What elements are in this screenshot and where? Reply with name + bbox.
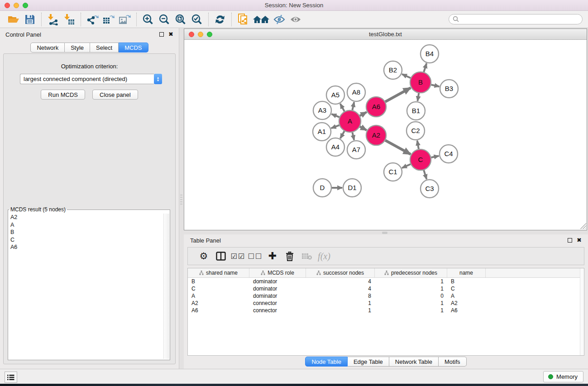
close-panel-button[interactable]: Close panel [92, 90, 138, 100]
horizontal-splitter-handle[interactable] [382, 232, 387, 234]
search-box[interactable] [449, 14, 583, 24]
list-item[interactable]: B [9, 229, 163, 236]
table-cell[interactable]: dominator [249, 278, 306, 285]
graph-edge[interactable] [352, 102, 354, 110]
column-header[interactable]: predecessor nodes [375, 268, 447, 277]
table-row[interactable]: Adominator80A [188, 292, 584, 300]
vertical-splitter-handle[interactable] [180, 195, 182, 205]
table-cell[interactable]: 1 [306, 300, 375, 306]
table-cell[interactable]: B [447, 278, 486, 285]
open-session-icon[interactable] [5, 12, 22, 27]
graph-edge[interactable] [431, 85, 439, 86]
export-image-icon[interactable] [117, 12, 133, 27]
memory-button[interactable]: Memory [543, 371, 583, 382]
clone-network-icon[interactable] [235, 12, 251, 27]
import-table-icon[interactable] [61, 12, 77, 27]
table-cell[interactable]: A6 [188, 307, 249, 314]
table-cell[interactable]: A2 [188, 300, 249, 306]
graph-edge[interactable] [340, 104, 344, 111]
save-session-icon[interactable] [22, 12, 38, 27]
zoom-fit-icon[interactable] [172, 12, 189, 27]
list-item[interactable]: A6 [9, 243, 163, 251]
tab-mcds[interactable]: MCDS [119, 43, 148, 52]
column-header[interactable]: name [447, 268, 486, 277]
table-cell[interactable]: dominator [249, 286, 306, 292]
table-cell[interactable]: A6 [447, 307, 486, 314]
graph-edge[interactable] [331, 125, 339, 129]
column-header[interactable]: successor nodes [306, 268, 375, 277]
tab-motifs[interactable]: Motifs [439, 357, 467, 367]
zoom-in-icon[interactable] [140, 12, 156, 27]
graph-edge[interactable] [417, 93, 419, 101]
list-item[interactable]: C [9, 236, 163, 244]
tab-style[interactable]: Style [65, 43, 90, 52]
graph-edge[interactable] [340, 131, 344, 138]
show-columns-icon[interactable] [212, 252, 229, 261]
tab-network[interactable]: Network [30, 43, 65, 52]
graph-edge[interactable] [331, 114, 339, 117]
tab-edge-table[interactable]: Edge Table [348, 357, 389, 367]
graph-edge[interactable] [385, 88, 411, 102]
list-item[interactable]: A [9, 221, 163, 229]
table-cell[interactable]: 1 [375, 286, 447, 292]
network-window-titlebar[interactable]: testGlobe.txt [184, 29, 587, 40]
table-cell[interactable]: 8 [306, 293, 375, 299]
table-cell[interactable]: A2 [447, 300, 486, 306]
graph-edge[interactable] [385, 140, 411, 154]
table-settings-gear-icon[interactable]: ⚙ [195, 251, 212, 262]
column-header[interactable]: shared name [188, 268, 249, 277]
graph-edge[interactable] [417, 141, 419, 149]
graph-edge[interactable] [402, 74, 411, 78]
tab-node-table[interactable]: Node Table [305, 357, 348, 367]
create-column-plus-icon[interactable]: ✚ [264, 250, 281, 262]
table-cell[interactable]: 1 [375, 307, 447, 314]
graph-edge[interactable] [360, 112, 367, 116]
graph-edge[interactable] [424, 63, 426, 72]
result-scrollbar[interactable] [163, 214, 169, 359]
window-resize-grip[interactable] [580, 223, 586, 229]
list-item[interactable]: A2 [9, 214, 163, 221]
zoom-selected-icon[interactable] [189, 12, 205, 27]
table-cell[interactable]: 1 [375, 300, 447, 306]
run-mcds-button[interactable]: Run MCDS [41, 90, 85, 100]
search-input[interactable] [459, 15, 582, 24]
table-cell[interactable]: 1 [375, 278, 447, 285]
criterion-select[interactable]: largest connected component (directed) ▲… [20, 74, 162, 84]
table-cell[interactable]: A [188, 293, 249, 299]
table-cell[interactable]: 1 [306, 307, 375, 314]
table-cell[interactable]: B [188, 278, 249, 285]
tab-network-table[interactable]: Network Table [389, 357, 439, 367]
table-row[interactable]: A2connector11A2 [188, 300, 584, 307]
table-cell[interactable]: connector [249, 300, 306, 306]
table-cell[interactable]: 4 [306, 286, 375, 292]
delete-column-trash-icon[interactable] [281, 252, 298, 261]
table-scrollbar[interactable] [580, 268, 584, 355]
close-table-panel-icon[interactable]: ✖ [577, 238, 582, 243]
table-row[interactable]: Bdominator41B [188, 278, 584, 285]
select-all-columns-icon[interactable]: ☑☑ [229, 252, 247, 261]
graph-edge[interactable] [431, 156, 439, 158]
graph-edge[interactable] [352, 132, 354, 140]
tab-select[interactable]: Select [90, 43, 119, 52]
table-cell[interactable]: C [447, 286, 486, 292]
network-canvas[interactable]: B4B2BB3A5A8A6B1A3AA1C2A2A4A7CC4C1C3DD1 [184, 40, 587, 229]
table-row[interactable]: Cdominator41C [188, 285, 584, 292]
table-cell[interactable]: connector [249, 307, 306, 314]
graph-edge[interactable] [424, 170, 426, 179]
table-cell[interactable]: dominator [249, 293, 306, 299]
table-cell[interactable]: 4 [306, 278, 375, 285]
close-panel-icon[interactable]: ✖ [168, 32, 173, 37]
table-row[interactable]: A6connector11A6 [188, 307, 584, 314]
table-cell[interactable]: C [188, 286, 249, 292]
reset-view-icon[interactable] [251, 12, 271, 27]
float-panel-icon[interactable] [159, 32, 164, 37]
column-header[interactable]: MCDS role [249, 268, 306, 277]
show-panel-eye-icon[interactable] [287, 12, 304, 27]
unselect-all-columns-icon[interactable]: ☐☐ [247, 252, 264, 261]
import-network-icon[interactable] [45, 12, 61, 27]
show-task-history-button[interactable] [5, 372, 17, 383]
hide-panel-eye-icon[interactable] [271, 12, 287, 27]
table-cell[interactable]: A [447, 293, 486, 299]
graph-edge[interactable] [360, 127, 367, 130]
network-graph-svg[interactable]: B4B2BB3A5A8A6B1A3AA1C2A2A4A7CC4C1C3DD1 [184, 40, 587, 229]
